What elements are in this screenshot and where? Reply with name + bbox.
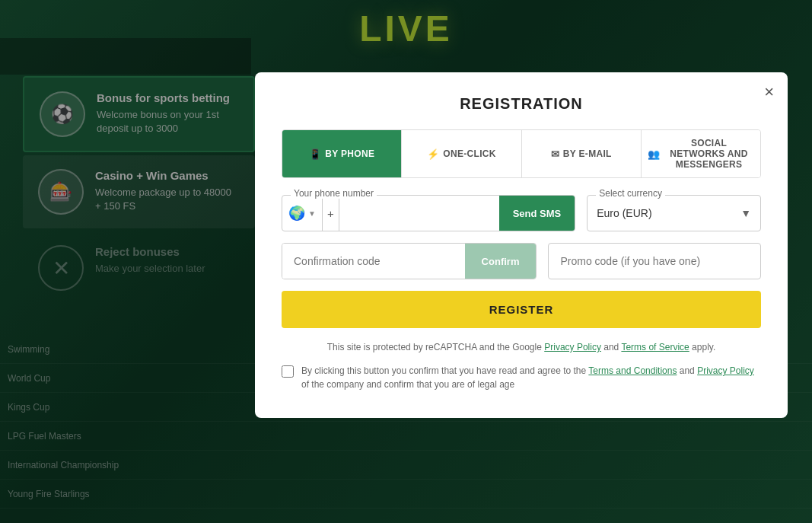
- country-flag-selector[interactable]: 🌍 ▼: [282, 196, 323, 231]
- confirmation-field-group: Confirm: [282, 243, 537, 279]
- registration-modal: × REGISTRATION 📱 BY PHONE ⚡ ONE-CLICK ✉ …: [255, 72, 788, 418]
- promo-code-input[interactable]: [560, 255, 749, 267]
- flag-emoji: 🌍: [288, 205, 305, 222]
- terms-of-service-link[interactable]: Terms of Service: [621, 342, 689, 352]
- confirm-button[interactable]: Confirm: [465, 244, 537, 279]
- phone-plus-sign: +: [323, 196, 339, 231]
- tab-one-click-label: ONE-CLICK: [443, 148, 495, 159]
- promo-input-wrapper: [548, 243, 761, 279]
- phone-input-wrapper: 🌍 ▼ + Send SMS: [282, 195, 575, 231]
- email-tab-icon: ✉: [551, 148, 559, 160]
- recaptcha-and: and: [603, 342, 619, 352]
- send-sms-button[interactable]: Send SMS: [499, 196, 575, 231]
- confirmation-promo-row: Confirm: [282, 243, 761, 279]
- phone-field-group: Your phone number 🌍 ▼ + Send SMS: [282, 195, 575, 231]
- social-tab-icon: 👥: [648, 148, 660, 160]
- flag-chevron-icon: ▼: [308, 209, 316, 218]
- recaptcha-notice: This site is protected by reCAPTCHA and …: [282, 342, 761, 352]
- tab-by-phone-label: BY PHONE: [325, 148, 374, 159]
- checkbox-text-after: of the company and confirm that you are …: [301, 379, 514, 390]
- currency-select[interactable]: Euro (EUR) USD GBP RUB: [597, 207, 740, 219]
- agreement-checkbox-row: By clicking this button you confirm that…: [282, 364, 761, 391]
- tab-social-label: SOCIAL NETWORKS AND MESSENGERS: [664, 138, 754, 170]
- tab-by-email-label: BY E-MAIL: [563, 148, 612, 159]
- checkbox-text-before: By clicking this button you confirm that…: [301, 365, 586, 376]
- agreement-checkbox[interactable]: [282, 365, 294, 378]
- tab-social[interactable]: 👥 SOCIAL NETWORKS AND MESSENGERS: [642, 130, 760, 177]
- currency-label: Select currency: [596, 188, 665, 199]
- phone-label: Your phone number: [291, 188, 377, 199]
- checkbox-privacy-link[interactable]: Privacy Policy: [697, 365, 754, 376]
- registration-tabs: 📱 BY PHONE ⚡ ONE-CLICK ✉ BY E-MAIL 👥 SOC…: [282, 129, 761, 178]
- close-button[interactable]: ×: [764, 84, 774, 100]
- modal-title: REGISTRATION: [282, 95, 761, 113]
- currency-chevron-icon: ▼: [740, 207, 751, 219]
- recaptcha-text-before: This site is protected by reCAPTCHA and …: [327, 342, 542, 352]
- promo-field-group: [548, 243, 761, 279]
- phone-currency-row: Your phone number 🌍 ▼ + Send SMS Select …: [282, 195, 761, 231]
- checkbox-and: and: [680, 365, 695, 376]
- tab-by-phone[interactable]: 📱 BY PHONE: [282, 130, 402, 177]
- tab-one-click[interactable]: ⚡ ONE-CLICK: [402, 130, 521, 177]
- confirmation-code-input[interactable]: [282, 244, 465, 279]
- agreement-text: By clicking this button you confirm that…: [301, 364, 761, 391]
- phone-tab-icon: 📱: [309, 148, 321, 160]
- currency-select-wrapper: Euro (EUR) USD GBP RUB ▼: [587, 195, 761, 231]
- register-button[interactable]: REGISTER: [282, 291, 761, 328]
- privacy-policy-link[interactable]: Privacy Policy: [544, 342, 601, 352]
- checkbox-terms-link[interactable]: Terms and Conditions: [588, 365, 677, 376]
- recaptcha-apply: apply.: [692, 342, 715, 352]
- confirm-input-wrapper: Confirm: [282, 243, 537, 279]
- phone-number-input[interactable]: [339, 196, 499, 231]
- oneclick-tab-icon: ⚡: [427, 148, 439, 160]
- currency-field-group: Select currency Euro (EUR) USD GBP RUB ▼: [587, 195, 761, 231]
- tab-by-email[interactable]: ✉ BY E-MAIL: [522, 130, 642, 177]
